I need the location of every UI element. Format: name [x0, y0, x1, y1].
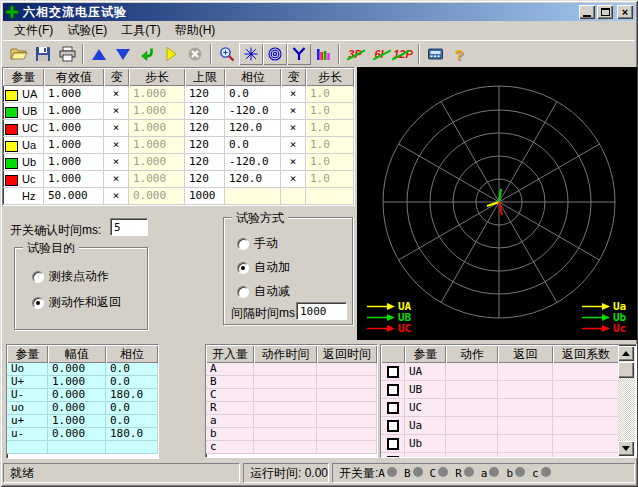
param-cell[interactable]: Ub — [3, 154, 44, 171]
value-cell[interactable]: × — [104, 171, 129, 188]
value-cell[interactable]: 1.000 — [44, 154, 104, 171]
radio-icon[interactable] — [32, 297, 44, 309]
value-cell[interactable]: 1.0 — [306, 171, 354, 188]
radio-auto-decrease[interactable]: 自动减 — [232, 283, 290, 300]
zoom-button[interactable] — [215, 43, 239, 65]
value-cell[interactable]: 1.000 — [129, 154, 185, 171]
value-cell[interactable]: 1.0 — [306, 120, 354, 137]
value-cell[interactable]: 1.0 — [306, 86, 354, 103]
value-cell[interactable]: × — [104, 103, 129, 120]
checkbox[interactable] — [387, 420, 399, 432]
print-button[interactable] — [55, 43, 79, 65]
param-cell[interactable]: UB — [3, 103, 44, 120]
value-cell[interactable]: 1.000 — [129, 103, 185, 120]
radio-icon[interactable] — [237, 286, 249, 298]
value-cell[interactable]: 120 — [185, 154, 225, 171]
menu-test[interactable]: 试验(E) — [60, 20, 114, 41]
value-cell[interactable]: × — [281, 137, 306, 154]
value-cell[interactable]: 0.000 — [129, 188, 185, 205]
lower-button[interactable] — [111, 43, 135, 65]
value-cell[interactable]: 120 — [185, 137, 225, 154]
3p-button[interactable]: 3P — [343, 43, 367, 65]
value-cell[interactable]: × — [104, 154, 129, 171]
value-cell[interactable]: 1.0 — [306, 103, 354, 120]
maximize-button[interactable] — [597, 5, 613, 19]
value-cell[interactable]: 1.000 — [129, 86, 185, 103]
value-cell[interactable]: × — [281, 154, 306, 171]
value-cell[interactable]: × — [281, 120, 306, 137]
value-cell[interactable]: × — [104, 137, 129, 154]
polar-display-button[interactable] — [263, 43, 287, 65]
checkbox[interactable] — [387, 456, 399, 459]
value-cell[interactable]: 120.0 — [225, 171, 281, 188]
checkbox[interactable] — [387, 384, 399, 396]
param-cell[interactable]: UA — [3, 86, 44, 103]
checkbox[interactable] — [387, 366, 399, 378]
bar-chart-button[interactable] — [311, 43, 335, 65]
value-cell[interactable]: -120.0 — [225, 154, 281, 171]
start-test-button[interactable] — [159, 43, 183, 65]
close-button[interactable]: × — [617, 5, 633, 19]
param-cell[interactable]: Hz — [3, 188, 44, 205]
value-cell[interactable]: × — [104, 120, 129, 137]
value-cell[interactable]: 1.000 — [44, 120, 104, 137]
6i-button[interactable]: 6I — [367, 43, 391, 65]
menu-file[interactable]: 文件(F) — [7, 20, 60, 41]
scroll-up-button[interactable] — [618, 346, 634, 361]
value-cell[interactable]: 1.000 — [44, 137, 104, 154]
scroll-thumb[interactable] — [618, 362, 634, 378]
menu-tools[interactable]: 工具(T) — [114, 20, 167, 41]
value-cell[interactable] — [225, 188, 281, 205]
vector-display-button[interactable] — [239, 43, 263, 65]
param-cell[interactable]: Ua — [3, 137, 44, 154]
confirm-time-input[interactable] — [110, 218, 148, 236]
checkbox[interactable] — [387, 438, 399, 450]
value-cell[interactable]: 1.000 — [44, 171, 104, 188]
minimize-button[interactable] — [579, 5, 595, 19]
radio-contact-action[interactable]: 测接点动作 — [27, 268, 109, 285]
param-cell[interactable]: Uc — [3, 171, 44, 188]
raise-button[interactable] — [87, 43, 111, 65]
vertical-scrollbar[interactable] — [618, 346, 635, 456]
value-cell[interactable] — [281, 188, 306, 205]
value-cell[interactable]: 1.000 — [129, 137, 185, 154]
radio-icon[interactable] — [237, 262, 249, 274]
menu-help[interactable]: 帮助(H) — [168, 20, 223, 41]
radio-action-return[interactable]: 测动作和返回 — [27, 294, 121, 311]
help-button[interactable]: ? — [447, 43, 471, 65]
value-cell[interactable]: 1000 — [185, 188, 225, 205]
checkbox[interactable] — [387, 402, 399, 414]
value-cell[interactable]: × — [104, 86, 129, 103]
reset-button[interactable] — [135, 43, 159, 65]
value-cell[interactable]: 1.0 — [306, 137, 354, 154]
value-cell[interactable]: 1.0 — [306, 154, 354, 171]
value-cell[interactable]: 1.000 — [44, 103, 104, 120]
value-cell[interactable]: 120.0 — [225, 120, 281, 137]
value-cell[interactable] — [306, 188, 354, 205]
value-cell[interactable]: × — [281, 86, 306, 103]
value-cell[interactable]: 120 — [185, 103, 225, 120]
value-cell[interactable]: 0.0 — [225, 86, 281, 103]
value-cell[interactable]: 120 — [185, 120, 225, 137]
value-cell[interactable]: -120.0 — [225, 103, 281, 120]
value-cell[interactable]: 1.000 — [44, 86, 104, 103]
device-panel-button[interactable] — [423, 43, 447, 65]
stop-button[interactable] — [183, 43, 207, 65]
value-cell[interactable]: 1.000 — [129, 120, 185, 137]
value-cell[interactable]: × — [281, 171, 306, 188]
radio-auto-increase[interactable]: 自动加 — [232, 259, 290, 276]
value-cell[interactable]: 50.000 — [44, 188, 104, 205]
value-cell[interactable]: × — [281, 103, 306, 120]
value-cell[interactable]: 0.0 — [225, 137, 281, 154]
save-button[interactable] — [31, 43, 55, 65]
y-connection-button[interactable] — [287, 43, 311, 65]
value-cell[interactable]: 1.000 — [129, 171, 185, 188]
12p-button[interactable]: 12P — [391, 43, 415, 65]
open-file-button[interactable] — [7, 43, 31, 65]
radio-icon[interactable] — [237, 238, 249, 250]
param-cell[interactable]: UC — [3, 120, 44, 137]
scroll-down-button[interactable] — [618, 441, 634, 456]
radio-icon[interactable] — [32, 271, 44, 283]
value-cell[interactable]: × — [104, 188, 129, 205]
value-cell[interactable]: 120 — [185, 86, 225, 103]
